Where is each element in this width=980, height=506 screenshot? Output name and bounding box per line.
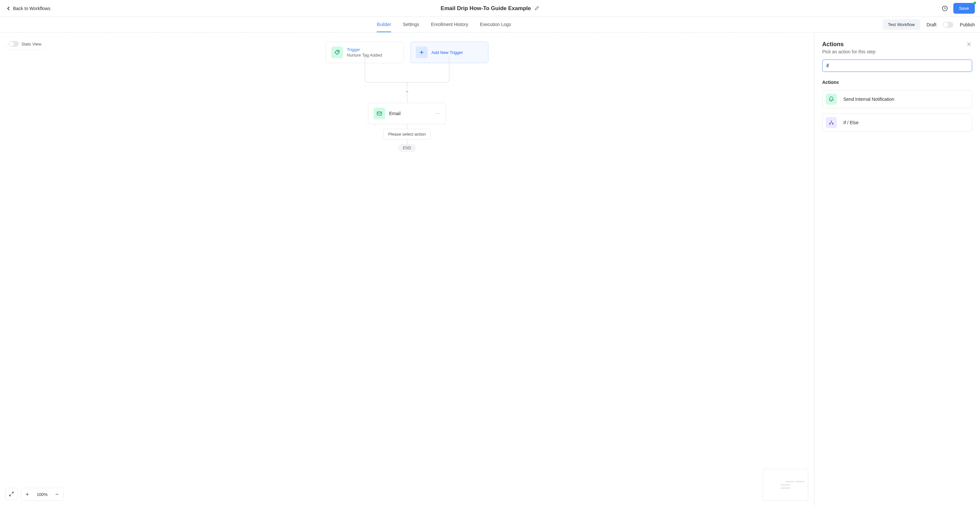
tab-settings[interactable]: Settings bbox=[403, 17, 419, 32]
svg-point-14 bbox=[829, 123, 830, 124]
panel-subtitle: Pick an action for this step bbox=[822, 49, 875, 54]
close-icon bbox=[966, 41, 972, 48]
action-search-input[interactable] bbox=[822, 60, 972, 72]
toggle-knob bbox=[943, 22, 948, 27]
test-workflow-button[interactable]: Test Workflow bbox=[883, 19, 920, 30]
unsaved-indicator-icon bbox=[974, 2, 976, 4]
fullscreen-button[interactable] bbox=[5, 488, 18, 500]
tab-enrollment-history[interactable]: Enrollment History bbox=[431, 17, 468, 32]
select-action-hint: Please select action bbox=[383, 129, 431, 140]
publish-toggle[interactable] bbox=[943, 22, 953, 28]
panel-title: Actions bbox=[822, 41, 875, 48]
edit-icon[interactable] bbox=[534, 6, 539, 11]
workflow-canvas[interactable]: Stats View Trigger Nurture Tag Added bbox=[0, 33, 814, 506]
action-label: Send Internal Notification bbox=[843, 97, 894, 102]
fullscreen-icon bbox=[9, 492, 14, 496]
node-menu-icon[interactable]: ⋯ bbox=[435, 111, 441, 116]
draft-label: Draft bbox=[927, 22, 936, 27]
actions-panel: Actions Pick an action for this step Act… bbox=[814, 33, 980, 506]
stats-toggle-switch[interactable] bbox=[8, 41, 19, 47]
email-action-node[interactable]: Email ⋯ bbox=[368, 103, 446, 124]
tag-icon bbox=[331, 46, 343, 58]
minimap[interactable] bbox=[763, 469, 808, 501]
back-label: Back to Workflows bbox=[13, 6, 51, 11]
end-node: END bbox=[398, 144, 415, 152]
publish-label: Publish bbox=[960, 22, 975, 27]
close-panel-button[interactable] bbox=[966, 41, 972, 48]
action-send-internal-notification[interactable]: Send Internal Notification bbox=[822, 90, 972, 108]
add-trigger-label: Add New Trigger bbox=[431, 50, 463, 55]
plus-icon bbox=[25, 492, 30, 496]
save-button[interactable]: Save bbox=[953, 3, 975, 14]
history-icon[interactable] bbox=[942, 5, 948, 12]
trigger-label: Trigger bbox=[347, 47, 382, 52]
add-trigger-node[interactable]: Add New Trigger bbox=[410, 41, 488, 63]
tab-execution-logs[interactable]: Execution Logs bbox=[480, 17, 511, 32]
bell-icon bbox=[826, 94, 837, 105]
back-to-workflows[interactable]: Back to Workflows bbox=[5, 5, 51, 12]
workflow-title: Email Drip How-To Guide Example bbox=[441, 5, 531, 12]
chevron-left-icon bbox=[5, 5, 12, 12]
email-icon bbox=[374, 108, 385, 119]
zoom-in-button[interactable] bbox=[21, 488, 33, 500]
stats-view-toggle[interactable]: Stats View bbox=[5, 38, 46, 49]
stats-view-label: Stats View bbox=[21, 41, 41, 46]
email-node-label: Email bbox=[389, 111, 401, 116]
zoom-out-button[interactable] bbox=[51, 488, 63, 500]
tab-builder[interactable]: Builder bbox=[377, 17, 391, 32]
svg-line-7 bbox=[12, 492, 13, 493]
svg-line-8 bbox=[10, 494, 11, 496]
zoom-level: 100% bbox=[33, 492, 51, 497]
minus-icon bbox=[55, 492, 59, 496]
save-label: Save bbox=[959, 6, 969, 11]
actions-section-label: Actions bbox=[822, 80, 972, 85]
add-step-button[interactable] bbox=[404, 89, 410, 94]
svg-point-15 bbox=[832, 123, 833, 124]
plus-icon bbox=[416, 46, 428, 58]
action-if-else[interactable]: If / Else bbox=[822, 114, 972, 132]
action-label: If / Else bbox=[843, 120, 859, 125]
split-icon bbox=[826, 117, 837, 128]
svg-point-1 bbox=[337, 51, 338, 52]
